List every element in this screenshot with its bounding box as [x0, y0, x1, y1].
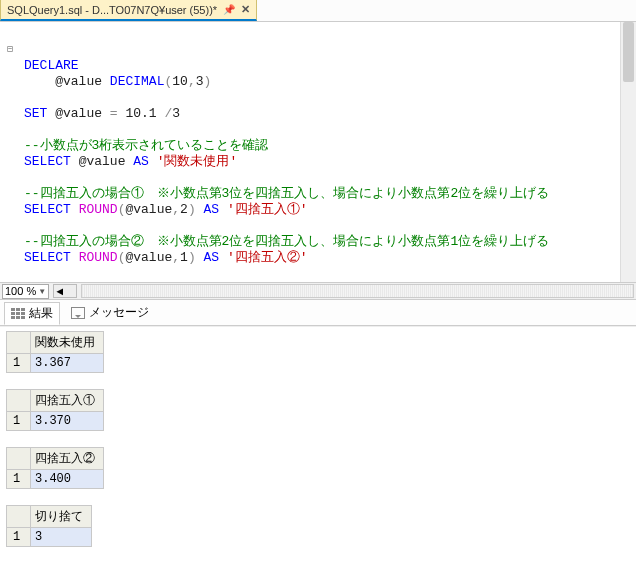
row-number[interactable]: 1 [7, 470, 31, 489]
cell-value[interactable]: 3 [31, 528, 92, 547]
results-tab-bar: 結果 メッセージ [0, 300, 636, 326]
row-header-blank [7, 390, 31, 412]
column-header[interactable]: 四捨五入① [31, 390, 104, 412]
zoom-value: 100 % [5, 285, 36, 297]
code-comment: --小数点が3桁表示されていることを確認 [24, 138, 268, 153]
results-tab-label: 結果 [29, 305, 53, 322]
code-token: @value [125, 202, 172, 217]
sql-editor[interactable]: ⊟ DECLARE @value DECIMAL(10,3) SET @valu… [0, 22, 636, 282]
code-token: ) [188, 202, 196, 217]
row-header-blank [7, 506, 31, 528]
code-token: SELECT [24, 154, 71, 169]
code-token: SET [24, 106, 47, 121]
row-number[interactable]: 1 [7, 528, 31, 547]
code-string: '関数未使用' [157, 154, 238, 169]
fold-gutter: ⊟ [0, 26, 20, 58]
horizontal-scrollbar[interactable] [81, 284, 634, 298]
code-token: ROUND [79, 250, 118, 265]
message-icon [71, 307, 85, 319]
code-token: DECIMAL [110, 74, 165, 89]
scrollbar-thumb[interactable] [623, 22, 634, 82]
code-token: AS [204, 250, 220, 265]
code-token: 1 [180, 250, 188, 265]
result-grid[interactable]: 関数未使用 13.367 [6, 331, 104, 373]
zoom-dropdown[interactable]: 100 % ▼ [2, 284, 49, 299]
grid-icon [11, 308, 25, 320]
result-grid[interactable]: 切り捨て 13 [6, 505, 92, 547]
result-block: 四捨五入② 13.400 [6, 447, 630, 489]
code-token: 2 [180, 202, 188, 217]
code-token: SELECT [24, 250, 71, 265]
code-token: @value [55, 106, 102, 121]
code-token: SELECT [24, 202, 71, 217]
code-token: = [110, 106, 118, 121]
code-token: 10.1 [125, 106, 156, 121]
code-token: 3 [196, 74, 204, 89]
code-token: 10 [172, 74, 188, 89]
code-token: , [172, 250, 180, 265]
code-token: @value [79, 154, 126, 169]
row-header-blank [7, 448, 31, 470]
result-block: 切り捨て 13 [6, 505, 630, 547]
code-comment: --四捨五入の場合② ※小数点第2位を四捨五入し、場合により小数点第1位を繰り上… [24, 234, 549, 249]
code-token: 3 [172, 106, 180, 121]
code-token: @value [55, 74, 102, 89]
result-block: 関数未使用 13.367 [6, 331, 630, 373]
zoom-bar: 100 % ▼ ◄ [0, 282, 636, 300]
code-string: '四捨五入②' [227, 250, 308, 265]
result-grid[interactable]: 四捨五入② 13.400 [6, 447, 104, 489]
code-token: , [172, 202, 180, 217]
column-header[interactable]: 切り捨て [31, 506, 92, 528]
column-header[interactable]: 四捨五入② [31, 448, 104, 470]
cell-value[interactable]: 3.367 [31, 354, 104, 373]
messages-tab[interactable]: メッセージ [64, 301, 156, 324]
code-token: AS [133, 154, 149, 169]
code-token: DECLARE [24, 58, 79, 73]
code-token: ) [204, 74, 212, 89]
results-tab[interactable]: 結果 [4, 302, 60, 325]
code-token: @value [125, 250, 172, 265]
fold-icon[interactable]: ⊟ [7, 44, 13, 55]
row-number[interactable]: 1 [7, 412, 31, 431]
file-tab[interactable]: SQLQuery1.sql - D...TO07N7Q¥user (55))* … [0, 0, 257, 21]
code-token: , [188, 74, 196, 89]
cell-value[interactable]: 3.370 [31, 412, 104, 431]
editor-scrollbar[interactable] [620, 22, 636, 282]
code-comment: --四捨五入の場合① ※小数点第3位を四捨五入し、場合により小数点第2位を繰り上… [24, 186, 549, 201]
tab-bar: SQLQuery1.sql - D...TO07N7Q¥user (55))* … [0, 0, 636, 22]
cell-value[interactable]: 3.400 [31, 470, 104, 489]
messages-tab-label: メッセージ [89, 304, 149, 321]
chevron-down-icon: ▼ [38, 287, 46, 296]
results-area[interactable]: 関数未使用 13.367 四捨五入① 13.370 四捨五入② 13.400 切… [0, 326, 636, 574]
file-tab-title: SQLQuery1.sql - D...TO07N7Q¥user (55))* [7, 4, 217, 16]
code-token: ) [188, 250, 196, 265]
result-grid[interactable]: 四捨五入① 13.370 [6, 389, 104, 431]
close-icon[interactable]: ✕ [241, 3, 250, 16]
scroll-left-button[interactable]: ◄ [53, 284, 77, 298]
result-block: 四捨五入① 13.370 [6, 389, 630, 431]
code-token: AS [204, 202, 220, 217]
column-header[interactable]: 関数未使用 [31, 332, 104, 354]
code-string: '四捨五入①' [227, 202, 308, 217]
code-token: ROUND [79, 202, 118, 217]
pin-icon[interactable]: 📌 [223, 4, 235, 15]
row-header-blank [7, 332, 31, 354]
row-number[interactable]: 1 [7, 354, 31, 373]
